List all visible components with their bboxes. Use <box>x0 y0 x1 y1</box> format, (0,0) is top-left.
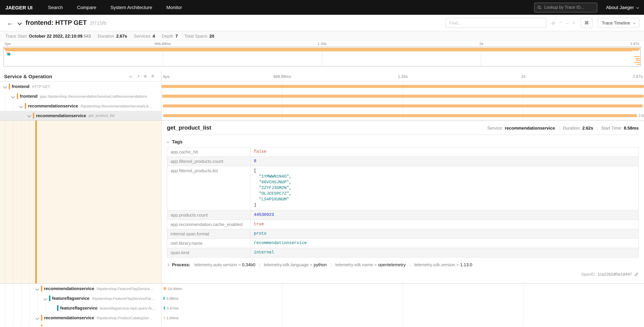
deep-link-icon[interactable] <box>634 272 639 276</box>
span-row[interactable] <box>0 323 644 326</box>
detail-meta-label: Duration: <box>563 126 581 130</box>
app-logo[interactable]: JAEGER UI <box>5 4 32 10</box>
span-row[interactable]: featureflagservice/hipstershop.FeatureFl… <box>0 294 644 303</box>
span-row-name-cell[interactable]: recommendationserviceget_product_list <box>0 111 162 120</box>
process-summary: telemetry.auto.version = 0.34b0|telemetr… <box>194 262 472 267</box>
chevron-down-icon[interactable] <box>36 326 39 326</box>
nav-item-system-architecture[interactable]: System Architecture <box>110 5 152 10</box>
summary-item: Trace StartOctober 22 2022, 22:10:09.543 <box>5 34 91 38</box>
span-row-name-cell[interactable]: featureflagservice/hipstershop.FeatureFl… <box>0 294 162 303</box>
separator: | <box>259 262 260 267</box>
span-timeline-cell[interactable]: 14.49ms <box>162 284 644 294</box>
span-row[interactable]: frontendgrpc.hipstershop.RecommendationS… <box>0 91 644 101</box>
about-jaeger-menu[interactable]: About Jaeger <box>606 5 639 10</box>
nav-item-monitor[interactable]: Monitor <box>166 5 182 10</box>
tag-key: app.products.count <box>167 210 250 220</box>
separator: | <box>558 126 560 130</box>
chevron-down-icon[interactable] <box>27 114 31 118</box>
span-duration-bar[interactable] <box>162 95 644 98</box>
summary-item: Depth7 <box>162 34 178 38</box>
span-detail-title: get_product_list <box>167 124 211 131</box>
chevron-down-icon[interactable] <box>36 287 39 290</box>
back-button[interactable]: ← <box>7 20 14 26</box>
span-row[interactable]: recommendationservice/hipstershop.Produc… <box>0 313 644 323</box>
detail-meta-label: Start Time: <box>601 126 622 130</box>
minimap-canvas[interactable] <box>3 47 641 66</box>
process-accordion-toggle[interactable]: Process: telemetry.auto.version = 0.34b0… <box>167 262 639 267</box>
focus-match-icon[interactable]: ⊕ <box>551 20 555 25</box>
selected-span-color-strip <box>35 120 37 283</box>
process-key: telemetry.auto.version = <box>194 262 242 267</box>
tag-value: true <box>250 220 638 229</box>
span-duration-bar[interactable] <box>164 297 165 300</box>
collapse-controls <box>130 74 154 78</box>
chevron-down-icon[interactable] <box>44 296 47 300</box>
span-timeline-cell[interactable] <box>162 91 644 101</box>
minimap-span-bar <box>8 54 10 55</box>
span-duration-bar[interactable] <box>164 306 165 310</box>
chevron-down-icon[interactable] <box>36 316 39 320</box>
span-row-name-cell[interactable]: frontendHTTP GET <box>0 82 162 91</box>
expand-one-icon[interactable] <box>137 75 140 78</box>
chevron-down-icon[interactable] <box>19 104 23 108</box>
span-duration-bar[interactable] <box>164 316 165 319</box>
span-service-name: recommendationservice <box>36 113 86 118</box>
span-operation-name: /hipstershop.ProductCatalogSer… <box>96 316 152 320</box>
trace-id-lookup-input[interactable] <box>544 5 594 10</box>
span-timeline-cell[interactable] <box>162 323 644 326</box>
span-operation-name: featureflagservice.repo.query:fe… <box>100 306 156 310</box>
clear-find-icon[interactable]: × <box>572 20 576 26</box>
span-service-name: frontend <box>12 84 30 89</box>
find-input[interactable] <box>446 18 546 28</box>
trace-view-selector[interactable]: Trace Timeline <box>598 18 639 28</box>
span-row[interactable]: featureflagservicefeatureflagservice.rep… <box>0 303 644 313</box>
span-row[interactable]: frontendHTTP GET <box>0 82 644 91</box>
next-match-icon[interactable] <box>566 22 568 24</box>
collapse-trace-header-icon[interactable] <box>18 21 22 25</box>
span-row-name-cell[interactable]: recommendationservice/hipstershop.Produc… <box>0 313 162 323</box>
process-label: Process: <box>172 262 190 267</box>
nav-item-compare[interactable]: Compare <box>77 5 96 10</box>
tags-accordion-toggle[interactable]: Tags <box>167 139 639 144</box>
span-row[interactable]: recommendationservice/hipstershop.Featur… <box>0 284 644 294</box>
span-row[interactable]: recommendationservice/hipstershop.Recomm… <box>0 101 644 111</box>
span-duration-bar[interactable] <box>162 85 644 88</box>
find-controls: ⊕ × <box>551 20 576 26</box>
span-row-name-cell[interactable] <box>0 323 162 326</box>
summary-label: Duration <box>98 34 114 38</box>
span-row-name-cell[interactable]: recommendationservice/hipstershop.Featur… <box>0 284 162 294</box>
trace-view-label: Trace Timeline <box>602 20 630 25</box>
axis-tick-label: 2.67s <box>633 74 643 79</box>
separator: | <box>596 126 598 130</box>
tag-value-string: "LS4PSXUNUM" <box>259 197 289 202</box>
chevron-down-icon[interactable] <box>11 94 15 98</box>
nav-item-search[interactable]: Search <box>48 5 63 10</box>
chevron-down-icon[interactable] <box>3 84 7 88</box>
span-row-name-cell[interactable]: featureflagservicefeatureflagservice.rep… <box>0 303 162 313</box>
span-timeline-cell[interactable]: 2.62s <box>162 111 644 120</box>
span-timeline-cell[interactable] <box>162 101 644 111</box>
span-duration-bar[interactable] <box>163 114 637 117</box>
prev-match-icon[interactable] <box>559 22 562 24</box>
span-row-name-cell[interactable]: frontendgrpc.hipstershop.RecommendationS… <box>0 91 162 101</box>
trace-id-lookup[interactable] <box>534 2 597 12</box>
collapse-all-icon[interactable] <box>144 75 146 77</box>
span-duration-bar[interactable] <box>163 287 166 290</box>
keyboard-shortcuts-button[interactable]: ⌘ <box>580 18 593 28</box>
span-duration-bar[interactable] <box>163 104 642 108</box>
span-row-name-cell[interactable]: recommendationservice/hipstershop.Recomm… <box>0 101 162 111</box>
span-color-accent <box>17 93 18 99</box>
span-duration-label: 3.68ms <box>166 296 178 300</box>
span-timeline-cell[interactable]: 3.68ms <box>162 294 644 303</box>
span-timeline-cell[interactable]: 3.47ms <box>162 303 644 313</box>
tag-key: span.kind <box>167 248 250 257</box>
trace-title: frontend: HTTP GET <box>26 19 87 26</box>
span-color-accent <box>41 315 42 320</box>
span-row[interactable]: recommendationserviceget_product_list2.6… <box>0 111 644 120</box>
tags-header-label: Tags <box>172 139 182 144</box>
collapse-one-icon[interactable] <box>129 75 132 78</box>
span-operation-name: /hipstershop.FeatureFlagService/Ge… <box>92 296 155 300</box>
span-timeline-cell[interactable]: 1.04ms <box>162 313 644 323</box>
span-timeline-cell[interactable] <box>162 82 644 91</box>
expand-all-icon[interactable] <box>152 74 154 78</box>
